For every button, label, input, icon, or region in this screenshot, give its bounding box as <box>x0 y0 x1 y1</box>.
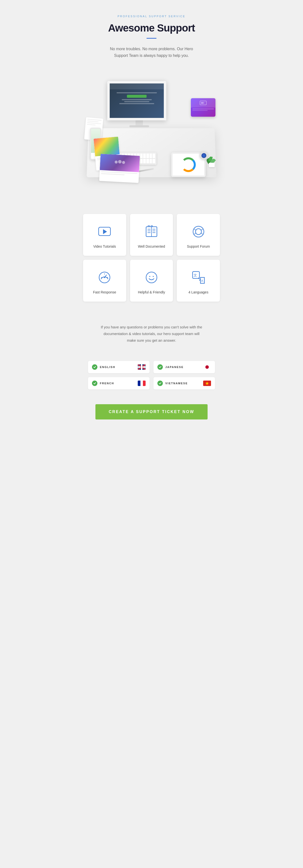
feature-card-helpful-friendly: Helpful & Friendly <box>130 260 173 302</box>
svg-marker-7 <box>103 229 107 234</box>
svg-rect-34 <box>138 364 145 370</box>
flag-jp <box>203 364 211 370</box>
helpful-friendly-label: Helpful & Friendly <box>135 290 168 294</box>
description-section: If you have any questions or problems yo… <box>76 314 227 353</box>
feature-card-fast-response: Fast Response <box>83 260 126 302</box>
svg-marker-36 <box>138 364 145 370</box>
page-wrapper: PROFESSIONAL SUPPORT SERVICE Awesome Sup… <box>76 0 227 868</box>
svg-marker-47 <box>205 381 209 385</box>
svg-text:文: 文 <box>194 273 197 277</box>
features-section: Video Tutorials <box>76 202 227 314</box>
language-row-english: ENGLISH <box>88 361 149 373</box>
people-icon <box>112 159 127 167</box>
svg-marker-40 <box>138 364 145 370</box>
video-tutorials-icon <box>97 224 112 240</box>
hero-illustration <box>82 73 221 192</box>
svg-marker-37 <box>138 364 145 370</box>
paper-image <box>100 154 140 172</box>
cta-button[interactable]: CREATE A SUPPORT TICKET NOW <box>95 404 208 420</box>
language-row-french: FRENCH <box>88 377 149 390</box>
well-documented-label: Well Documented <box>135 244 168 248</box>
features-grid: Video Tutorials <box>83 214 220 302</box>
screen-line2 <box>122 99 152 100</box>
vn-star-svg <box>205 381 209 385</box>
feature-card-languages: 文 A 4 Languages <box>177 260 220 302</box>
languages-icon: 文 A <box>191 270 206 285</box>
purple-card <box>191 98 215 117</box>
smiley-icon-svg <box>145 271 158 284</box>
plant-pot <box>209 163 215 167</box>
fr-blue <box>138 380 140 386</box>
svg-point-3 <box>114 160 118 164</box>
svg-point-4 <box>118 160 122 164</box>
svg-point-16 <box>193 226 204 237</box>
monitor-base <box>129 125 149 127</box>
feature-card-well-documented: Well Documented <box>130 214 173 256</box>
plant <box>207 152 217 167</box>
monitor-screen <box>107 81 166 120</box>
languages-section: ENGLISH <box>76 353 227 394</box>
screen-bar <box>110 84 164 89</box>
plant-leaves <box>207 154 217 163</box>
check-icon-vietnamese <box>158 380 163 386</box>
svg-rect-46 <box>138 367 145 368</box>
svg-line-20 <box>194 233 196 235</box>
svg-marker-42 <box>138 364 145 370</box>
video-icon-svg <box>98 225 111 239</box>
paper-2 <box>99 154 140 183</box>
check-icon-english <box>92 364 97 370</box>
title-divider <box>146 38 157 39</box>
fr-white <box>140 380 143 386</box>
purple-card-icon <box>199 100 207 105</box>
language-row-vietnamese: VIETNAMESE <box>154 377 215 390</box>
fast-response-label: Fast Response <box>88 290 121 294</box>
svg-point-30 <box>153 276 154 277</box>
screen-line4 <box>119 103 155 104</box>
svg-text:A: A <box>201 279 203 283</box>
lifering-icon-svg <box>192 225 205 239</box>
flag-vn <box>203 380 211 386</box>
japanese-label: JAPANESE <box>165 366 201 369</box>
french-label: FRENCH <box>100 382 135 385</box>
main-title: Awesome Support <box>86 22 217 34</box>
svg-rect-44 <box>138 366 145 368</box>
paper-line2 <box>101 173 125 175</box>
pre-title: PROFESSIONAL SUPPORT SERVICE <box>86 15 217 18</box>
language-row-japanese: JAPANESE <box>154 361 215 373</box>
screen-line3 <box>124 101 149 102</box>
fr-red <box>143 380 145 386</box>
languages-grid: ENGLISH <box>88 361 215 390</box>
flag-uk <box>138 364 145 370</box>
languages-label: 4 Languages <box>182 290 215 294</box>
svg-rect-45 <box>141 364 142 370</box>
svg-marker-35 <box>138 364 145 370</box>
translate-icon-svg: 文 A <box>192 271 205 284</box>
svg-point-2 <box>202 102 204 104</box>
flag-fr <box>138 380 145 386</box>
feature-card-video-tutorials: Video Tutorials <box>83 214 126 256</box>
svg-marker-39 <box>138 364 145 370</box>
svg-point-28 <box>146 272 157 283</box>
svg-marker-38 <box>138 364 145 370</box>
svg-point-17 <box>196 229 201 235</box>
cta-section: CREATE A SUPPORT TICKET NOW <box>76 394 227 434</box>
feature-card-support-forum: Support Forum <box>177 214 220 256</box>
speaker-inner <box>201 153 206 158</box>
svg-rect-43 <box>141 364 142 370</box>
description-text: If you have any questions or problems yo… <box>100 324 203 344</box>
video-tutorials-label: Video Tutorials <box>88 244 121 248</box>
svg-line-21 <box>201 233 203 235</box>
support-forum-icon <box>191 224 206 240</box>
svg-marker-41 <box>138 364 145 370</box>
svg-line-18 <box>194 229 196 230</box>
speedometer-icon-svg <box>98 271 111 284</box>
hero-image-section <box>76 69 227 202</box>
check-icon-japanese <box>158 364 163 370</box>
book-icon-svg <box>145 225 158 239</box>
jp-circle <box>205 365 209 369</box>
svg-point-29 <box>149 276 150 277</box>
purple-card-image <box>191 98 215 107</box>
header-section: PROFESSIONAL SUPPORT SERVICE Awesome Sup… <box>76 0 227 69</box>
monitor <box>107 81 171 127</box>
checkmark-vietnamese <box>159 382 162 385</box>
